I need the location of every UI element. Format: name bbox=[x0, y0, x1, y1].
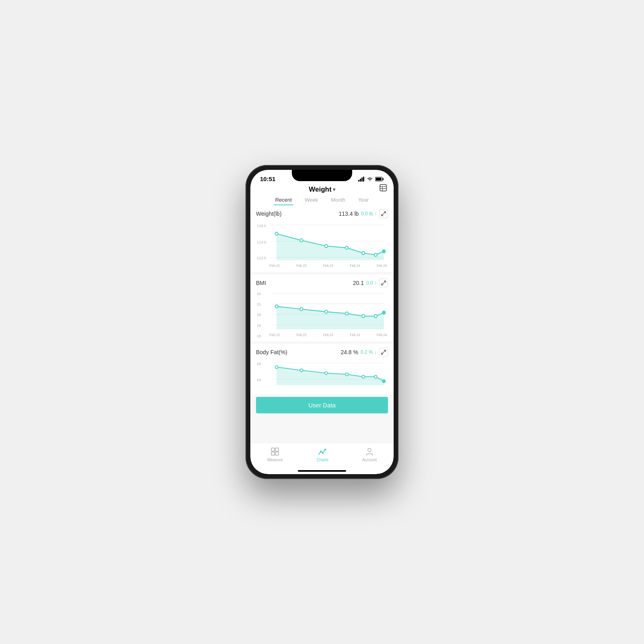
weight-chart-title: Weight(lb) bbox=[256, 211, 282, 217]
svg-text:24: 24 bbox=[257, 378, 261, 382]
weight-chart-card: Weight(lb) 113.4 lb 0.0 lb ↑ 116.0 bbox=[250, 205, 394, 272]
svg-text:Feb.23: Feb.23 bbox=[269, 263, 280, 267]
app-title-text: Weight bbox=[309, 186, 331, 194]
bodyfat-chart-svg: 26 24 bbox=[256, 359, 388, 391]
bodyfat-delta: 0.2 % ↓ bbox=[361, 349, 377, 355]
app-header: Weight▾ bbox=[250, 184, 394, 194]
battery-icon bbox=[375, 177, 384, 182]
weight-value: 113.4 lb bbox=[339, 211, 359, 217]
svg-point-20 bbox=[300, 239, 303, 242]
bmi-delta: 0.0 ↑ bbox=[366, 280, 377, 286]
svg-text:22: 22 bbox=[257, 291, 261, 296]
nav-charts[interactable]: Charts bbox=[317, 446, 328, 462]
svg-point-66 bbox=[382, 380, 385, 383]
bmi-value-row: 20.1 0.0 ↑ bbox=[353, 279, 388, 287]
charts-icon bbox=[317, 446, 328, 457]
svg-point-74 bbox=[368, 448, 371, 452]
svg-point-42 bbox=[275, 305, 278, 308]
bmi-chart-header: BMI 20.1 0.0 ↑ bbox=[256, 279, 388, 287]
svg-point-44 bbox=[325, 310, 328, 314]
status-time: 10:51 bbox=[260, 175, 275, 182]
nav-measure[interactable]: Measure bbox=[267, 446, 283, 462]
app-title[interactable]: Weight▾ bbox=[309, 186, 335, 194]
svg-point-64 bbox=[362, 376, 365, 378]
wifi-icon bbox=[367, 177, 373, 182]
tabs-bar: Recent Week Month Year bbox=[250, 194, 394, 205]
svg-point-43 bbox=[300, 308, 303, 311]
svg-point-22 bbox=[345, 246, 348, 250]
svg-rect-67 bbox=[271, 448, 275, 451]
table-icon[interactable] bbox=[379, 184, 387, 194]
bmi-expand-btn[interactable] bbox=[379, 279, 388, 287]
home-indicator bbox=[298, 470, 346, 472]
svg-point-65 bbox=[374, 376, 377, 378]
account-icon bbox=[364, 446, 375, 457]
svg-point-45 bbox=[345, 312, 348, 315]
tab-recent[interactable]: Recent bbox=[274, 196, 293, 205]
bmi-chart-svg: 22 21 20 19 18 bbox=[256, 290, 388, 338]
user-data-button[interactable]: User Data bbox=[256, 397, 388, 413]
bodyfat-chart-header: Body Fat(%) 24.8 % 0.2 % ↓ bbox=[256, 348, 388, 357]
svg-rect-68 bbox=[275, 448, 279, 451]
svg-point-21 bbox=[325, 244, 328, 248]
nav-account-label: Account bbox=[362, 458, 377, 462]
weight-expand-btn[interactable] bbox=[379, 209, 388, 218]
bodyfat-expand-btn[interactable] bbox=[379, 348, 388, 357]
svg-point-47 bbox=[374, 315, 377, 318]
svg-text:Feb.23: Feb.23 bbox=[296, 263, 307, 267]
phone-frame: 10:51 bbox=[246, 165, 398, 479]
nav-account[interactable]: Account bbox=[362, 446, 377, 462]
svg-text:Feb.24: Feb.24 bbox=[350, 263, 360, 267]
main-content: Weight(lb) 113.4 lb 0.0 lb ↑ 116.0 bbox=[250, 205, 394, 443]
bodyfat-chart-card: Body Fat(%) 24.8 % 0.2 % ↓ 26 bbox=[250, 344, 394, 394]
svg-text:Feb.24: Feb.24 bbox=[350, 332, 360, 336]
svg-text:114.0: 114.0 bbox=[257, 239, 266, 244]
svg-point-71 bbox=[320, 451, 322, 452]
svg-rect-5 bbox=[383, 178, 384, 180]
svg-point-46 bbox=[362, 315, 365, 318]
bmi-value: 20.1 bbox=[353, 280, 364, 286]
svg-point-60 bbox=[275, 366, 278, 369]
bodyfat-chart-title: Body Fat(%) bbox=[256, 349, 287, 355]
svg-text:Feb.23: Feb.23 bbox=[323, 332, 334, 336]
bottom-nav: Measure Charts bbox=[250, 443, 394, 470]
tab-year[interactable]: Year bbox=[357, 196, 370, 205]
notch bbox=[292, 170, 352, 181]
svg-rect-69 bbox=[271, 452, 275, 455]
nav-measure-label: Measure bbox=[267, 458, 283, 462]
svg-text:116.0: 116.0 bbox=[257, 223, 266, 228]
svg-text:Feb.23: Feb.23 bbox=[323, 263, 334, 267]
svg-point-63 bbox=[345, 373, 348, 376]
svg-rect-0 bbox=[358, 180, 359, 182]
svg-point-73 bbox=[324, 449, 326, 450]
tab-month[interactable]: Month bbox=[329, 196, 347, 205]
status-icons bbox=[358, 177, 384, 182]
weight-delta: 0.0 lb ↑ bbox=[361, 211, 377, 217]
svg-text:Feb.23: Feb.23 bbox=[269, 332, 280, 336]
svg-text:19: 19 bbox=[257, 323, 261, 327]
svg-point-62 bbox=[325, 372, 328, 375]
svg-point-23 bbox=[362, 252, 365, 255]
svg-rect-2 bbox=[361, 178, 363, 182]
svg-text:18: 18 bbox=[257, 334, 261, 338]
weight-chart-header: Weight(lb) 113.4 lb 0.0 lb ↑ bbox=[256, 209, 388, 218]
bmi-chart-card: BMI 20.1 0.0 ↑ 22 21 bbox=[250, 275, 394, 341]
svg-rect-1 bbox=[360, 179, 361, 182]
signal-icon bbox=[358, 177, 365, 182]
bmi-chart-title: BMI bbox=[256, 280, 266, 286]
weight-chart-svg: 116.0 114.0 112.0 bbox=[256, 221, 388, 269]
svg-text:20: 20 bbox=[257, 312, 261, 317]
svg-text:Feb.24: Feb.24 bbox=[377, 332, 387, 336]
svg-text:26: 26 bbox=[257, 362, 261, 366]
measure-icon bbox=[270, 446, 280, 457]
bodyfat-value-row: 24.8 % 0.2 % ↓ bbox=[341, 348, 388, 357]
phone-screen: 10:51 bbox=[250, 170, 394, 474]
svg-point-72 bbox=[322, 452, 324, 454]
svg-point-19 bbox=[275, 232, 278, 235]
svg-rect-3 bbox=[363, 177, 364, 182]
svg-text:21: 21 bbox=[257, 302, 261, 306]
svg-rect-7 bbox=[380, 185, 386, 191]
tab-week[interactable]: Week bbox=[303, 196, 320, 205]
app-screen: 10:51 bbox=[250, 170, 394, 474]
nav-charts-label: Charts bbox=[317, 458, 328, 462]
